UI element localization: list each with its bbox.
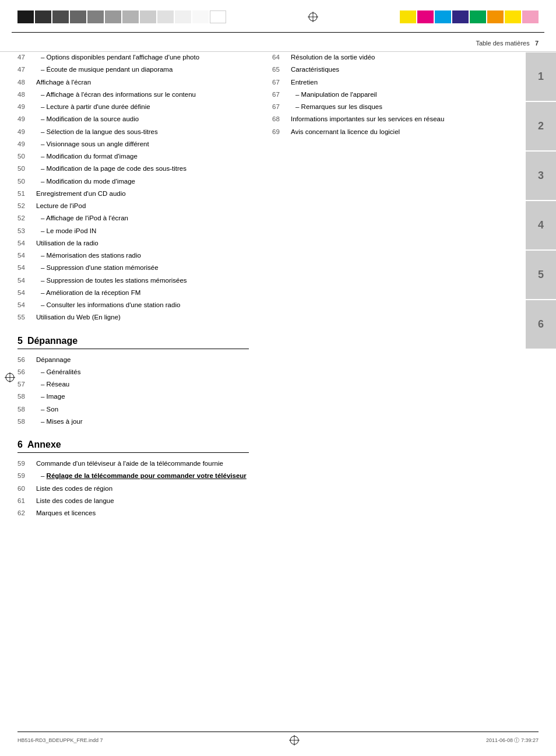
gray-bar-3 [52,10,69,23]
top-rule [12,32,544,33]
toc-entry-54c: 54 – Suppression d'une station mémorisée [17,263,249,273]
color-bar-group [400,10,539,23]
gray-bar-10 [175,10,191,23]
toc-entry-49a: 49 – Lecture à partir d'une durée défini… [17,102,249,112]
grayscale-bar-group [17,10,226,23]
toc-entry-52b: 52 – Affichage de l'iPod à l'écran [17,213,249,223]
gray-bar-1 [17,10,34,23]
section-6-header: 6 Annexe [17,439,249,453]
toc-entry-49c: 49 – Sélection de la langue des sous-tit… [17,127,249,137]
toc-entry-56b: 56 – Généralités [17,367,249,377]
tab-2-label: 2 [538,120,544,132]
toc-entry-56a: 56 Dépannage [17,355,249,365]
gray-bar-12 [210,10,226,23]
toc-entry-50a: 50 – Modification du format d'image [17,152,249,161]
toc-entry-61: 61 Liste des codes de langue [17,496,249,506]
header-title: Table des matières 7 [476,40,539,47]
tab-6-label: 6 [538,318,544,330]
toc-entry-48b: 48 – Affichage à l'écran des information… [17,90,249,100]
toc-entry-50b: 50 – Modification de la page de code des… [17,164,249,174]
toc-entry-47b: 47 – Écoute de musique pendant un diapor… [17,65,249,75]
toc-entry-48a: 48 Affichage à l'écran [17,78,249,87]
toc-entry-54e: 54 – Amélioration de la réception FM [17,288,249,298]
toc-entry-47a: 47 – Options disponibles pendant l'affic… [17,52,249,62]
section-5-num: 5 [17,336,23,346]
toc-entry-52a: 52 Lecture de l'iPod [17,201,249,211]
toc-entry-57: 57 – Réseau [17,379,249,389]
toc-entry-59b: 59 – Réglage de la télécommande pour com… [17,471,249,481]
color-bar-yellow [400,10,416,23]
toc-entry-49d: 49 – Visionnage sous un angle différent [17,139,249,149]
section-5-header: 5 Dépannage [17,336,249,349]
toc-entry-49b: 49 – Modification de la source audio [17,114,249,124]
gray-bar-4 [70,10,86,23]
toc-entry-53: 53 – Le mode iPod IN [17,226,249,236]
gray-bar-6 [105,10,121,23]
color-bar-cyan [435,10,451,23]
color-bar-pink [522,10,539,23]
registration-mark-left [5,372,15,384]
section-5-title: Dépannage [27,336,78,346]
toc-entry-68: 68 Informations importantes sur les serv… [272,114,504,124]
toc-entry-54f: 54 – Consulter les informations d'une st… [17,300,249,310]
toc-entry-50c: 50 – Modification du mode d'image [17,177,249,187]
tab-5-label: 5 [538,269,544,281]
footer: HB516-RD3_BDEUPPK_FRE.indd 7 2011-06-08 … [17,732,539,746]
color-bar-green [470,10,486,23]
registration-mark-top [308,12,318,22]
toc-entry-64: 64 Résolution de la sortie vidéo [272,52,504,62]
tab-1-label: 1 [538,71,544,83]
gray-bar-11 [192,10,209,23]
gray-bar-2 [35,10,51,23]
color-bar-blue [452,10,469,23]
footer-timestamp: 2011-06-08 ⓛ 7:39:27 [486,737,539,744]
footer-filename: HB516-RD3_BDEUPPK_FRE.indd 7 [17,737,103,743]
gray-bar-5 [87,10,104,23]
gray-bar-7 [122,10,139,23]
toc-entry-54a: 54 Utilisation de la radio [17,238,249,248]
toc-entry-62: 62 Marques et licences [17,508,249,518]
toc-entry-67a: 67 Entretien [272,78,504,87]
toc-entry-59a: 59 Commande d'un téléviseur à l'aide de … [17,459,249,469]
toc-entry-58c: 58 – Mises à jour [17,417,249,427]
color-bar-lightyellow [505,10,521,23]
left-column: 47 – Options disponibles pendant l'affic… [17,52,266,727]
tab-3-label: 3 [538,170,544,182]
toc-entry-67c: 67 – Remarques sur les disques [272,102,504,112]
toc-entry-55: 55 Utilisation du Web (En ligne) [17,312,249,322]
registration-mark-bottom-center [289,735,300,746]
header-title-text: Table des matières [476,40,529,47]
toc-entry-69: 69 Avis concernant la licence du logicie… [272,127,504,137]
main-content: 47 – Options disponibles pendant l'affic… [17,52,539,727]
gray-bar-9 [157,10,174,23]
right-column: 64 Résolution de la sortie vidéo 65 Cara… [266,52,539,727]
toc-entry-60: 60 Liste des codes de région [17,484,249,494]
section-6-title: Annexe [27,439,61,450]
toc-entry-54d: 54 – Suppression de toutes les stations … [17,276,249,286]
header-page-number: 7 [535,40,539,47]
toc-entry-54b: 54 – Mémorisation des stations radio [17,251,249,261]
gray-bar-8 [140,10,156,23]
top-bars [0,10,556,23]
header: Table des matières 7 [0,35,556,52]
section-6-num: 6 [17,439,23,450]
toc-entry-65: 65 Caractéristiques [272,65,504,75]
color-bar-magenta [417,10,434,23]
toc-entry-51: 51 Enregistrement d'un CD audio [17,189,249,199]
toc-entry-58a: 58 – Image [17,392,249,402]
toc-entry-67b: 67 – Manipulation de l'appareil [272,90,504,100]
tab-4-label: 4 [538,219,544,231]
toc-entry-58b: 58 – Son [17,405,249,414]
page: Table des matières 7 1 2 3 4 5 6 [0,0,556,756]
color-bar-orange [487,10,504,23]
